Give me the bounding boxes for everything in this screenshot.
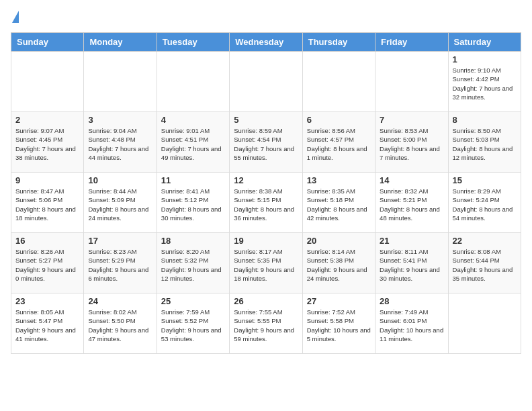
day-number: 13 xyxy=(307,175,371,185)
calendar-cell: 22Sunrise: 8:08 AM Sunset: 5:44 PM Dayli… xyxy=(448,233,521,293)
day-number: 6 xyxy=(307,115,371,125)
day-number: 26 xyxy=(234,296,298,306)
calendar-cell: 26Sunrise: 7:55 AM Sunset: 5:55 PM Dayli… xyxy=(230,293,302,354)
calendar-cell: 10Sunrise: 8:44 AM Sunset: 5:09 PM Dayli… xyxy=(84,173,157,233)
day-number: 15 xyxy=(453,175,517,185)
day-header-saturday: Saturday xyxy=(448,33,521,52)
calendar-cell: 23Sunrise: 8:05 AM Sunset: 5:47 PM Dayli… xyxy=(11,293,84,354)
calendar-cell xyxy=(302,52,375,112)
calendar-cell xyxy=(448,293,521,354)
day-number: 17 xyxy=(88,236,152,246)
day-info: Sunrise: 8:05 AM Sunset: 5:47 PM Dayligh… xyxy=(15,308,79,343)
day-info: Sunrise: 7:49 AM Sunset: 6:01 PM Dayligh… xyxy=(380,308,443,343)
day-header-thursday: Thursday xyxy=(302,33,375,52)
day-info: Sunrise: 8:50 AM Sunset: 5:03 PM Dayligh… xyxy=(453,126,517,162)
day-number: 12 xyxy=(234,175,298,185)
calendar-cell: 17Sunrise: 8:23 AM Sunset: 5:29 PM Dayli… xyxy=(84,233,157,293)
day-info: Sunrise: 8:26 AM Sunset: 5:27 PM Dayligh… xyxy=(15,247,79,283)
day-number: 22 xyxy=(453,236,517,246)
calendar-cell: 28Sunrise: 7:49 AM Sunset: 6:01 PM Dayli… xyxy=(375,293,448,354)
calendar-cell: 14Sunrise: 8:32 AM Sunset: 5:21 PM Dayli… xyxy=(375,173,448,233)
day-number: 1 xyxy=(453,54,517,64)
day-number: 9 xyxy=(15,175,79,185)
day-number: 2 xyxy=(15,115,79,125)
calendar-cell: 5Sunrise: 8:59 AM Sunset: 4:54 PM Daylig… xyxy=(230,112,302,173)
calendar-week-2: 2Sunrise: 9:07 AM Sunset: 4:45 PM Daylig… xyxy=(11,112,521,173)
calendar-cell: 20Sunrise: 8:14 AM Sunset: 5:38 PM Dayli… xyxy=(302,233,375,293)
day-header-monday: Monday xyxy=(84,33,157,52)
day-number: 27 xyxy=(307,296,371,306)
calendar-cell: 9Sunrise: 8:47 AM Sunset: 5:06 PM Daylig… xyxy=(11,173,84,233)
calendar-cell: 13Sunrise: 8:35 AM Sunset: 5:18 PM Dayli… xyxy=(302,173,375,233)
day-info: Sunrise: 8:32 AM Sunset: 5:21 PM Dayligh… xyxy=(380,187,443,222)
day-number: 8 xyxy=(453,115,517,125)
day-number: 18 xyxy=(161,236,225,246)
calendar-cell xyxy=(157,52,229,112)
day-info: Sunrise: 8:53 AM Sunset: 5:00 PM Dayligh… xyxy=(380,126,443,162)
day-header-sunday: Sunday xyxy=(11,33,84,52)
page-header xyxy=(11,11,521,24)
day-number: 24 xyxy=(88,296,152,306)
day-info: Sunrise: 9:10 AM Sunset: 4:42 PM Dayligh… xyxy=(453,66,517,101)
day-info: Sunrise: 8:11 AM Sunset: 5:41 PM Dayligh… xyxy=(380,247,443,283)
day-info: Sunrise: 8:38 AM Sunset: 5:15 PM Dayligh… xyxy=(234,187,298,222)
day-info: Sunrise: 7:59 AM Sunset: 5:52 PM Dayligh… xyxy=(161,308,225,343)
calendar-cell: 12Sunrise: 8:38 AM Sunset: 5:15 PM Dayli… xyxy=(230,173,302,233)
calendar-cell xyxy=(230,52,302,112)
day-header-friday: Friday xyxy=(375,33,448,52)
calendar-cell xyxy=(11,52,84,112)
day-number: 11 xyxy=(161,175,225,185)
day-info: Sunrise: 7:52 AM Sunset: 5:58 PM Dayligh… xyxy=(307,308,371,343)
calendar-cell: 25Sunrise: 7:59 AM Sunset: 5:52 PM Dayli… xyxy=(157,293,229,354)
logo xyxy=(11,11,19,24)
day-info: Sunrise: 8:41 AM Sunset: 5:12 PM Dayligh… xyxy=(161,187,225,222)
day-info: Sunrise: 8:47 AM Sunset: 5:06 PM Dayligh… xyxy=(15,187,79,222)
calendar-cell: 11Sunrise: 8:41 AM Sunset: 5:12 PM Dayli… xyxy=(157,173,229,233)
calendar-week-5: 23Sunrise: 8:05 AM Sunset: 5:47 PM Dayli… xyxy=(11,293,521,354)
calendar-cell: 16Sunrise: 8:26 AM Sunset: 5:27 PM Dayli… xyxy=(11,233,84,293)
calendar-cell xyxy=(375,52,448,112)
day-number: 23 xyxy=(15,296,79,306)
day-number: 21 xyxy=(380,236,443,246)
day-info: Sunrise: 7:55 AM Sunset: 5:55 PM Dayligh… xyxy=(234,308,298,343)
calendar-week-1: 1Sunrise: 9:10 AM Sunset: 4:42 PM Daylig… xyxy=(11,52,521,112)
calendar-table: SundayMondayTuesdayWednesdayThursdayFrid… xyxy=(11,32,521,354)
calendar-cell: 18Sunrise: 8:20 AM Sunset: 5:32 PM Dayli… xyxy=(157,233,229,293)
day-info: Sunrise: 9:07 AM Sunset: 4:45 PM Dayligh… xyxy=(15,126,79,162)
calendar-cell: 19Sunrise: 8:17 AM Sunset: 5:35 PM Dayli… xyxy=(230,233,302,293)
day-info: Sunrise: 8:02 AM Sunset: 5:50 PM Dayligh… xyxy=(88,308,152,343)
day-info: Sunrise: 8:14 AM Sunset: 5:38 PM Dayligh… xyxy=(307,247,371,283)
day-info: Sunrise: 8:44 AM Sunset: 5:09 PM Dayligh… xyxy=(88,187,152,222)
day-number: 20 xyxy=(307,236,371,246)
day-info: Sunrise: 8:20 AM Sunset: 5:32 PM Dayligh… xyxy=(161,247,225,283)
day-number: 19 xyxy=(234,236,298,246)
calendar-cell: 6Sunrise: 8:56 AM Sunset: 4:57 PM Daylig… xyxy=(302,112,375,173)
day-number: 4 xyxy=(161,115,225,125)
calendar-header-row: SundayMondayTuesdayWednesdayThursdayFrid… xyxy=(11,33,521,52)
day-info: Sunrise: 8:59 AM Sunset: 4:54 PM Dayligh… xyxy=(234,126,298,162)
day-number: 16 xyxy=(15,236,79,246)
day-number: 14 xyxy=(380,175,443,185)
day-number: 5 xyxy=(234,115,298,125)
day-info: Sunrise: 9:04 AM Sunset: 4:48 PM Dayligh… xyxy=(88,126,152,162)
day-number: 28 xyxy=(380,296,443,306)
calendar-cell: 2Sunrise: 9:07 AM Sunset: 4:45 PM Daylig… xyxy=(11,112,84,173)
calendar-cell: 21Sunrise: 8:11 AM Sunset: 5:41 PM Dayli… xyxy=(375,233,448,293)
calendar-cell: 7Sunrise: 8:53 AM Sunset: 5:00 PM Daylig… xyxy=(375,112,448,173)
day-info: Sunrise: 8:29 AM Sunset: 5:24 PM Dayligh… xyxy=(453,187,517,222)
calendar-cell: 15Sunrise: 8:29 AM Sunset: 5:24 PM Dayli… xyxy=(448,173,521,233)
day-number: 7 xyxy=(380,115,443,125)
calendar-cell: 27Sunrise: 7:52 AM Sunset: 5:58 PM Dayli… xyxy=(302,293,375,354)
day-number: 10 xyxy=(88,175,152,185)
calendar-cell: 24Sunrise: 8:02 AM Sunset: 5:50 PM Dayli… xyxy=(84,293,157,354)
day-header-wednesday: Wednesday xyxy=(230,33,302,52)
calendar-cell: 8Sunrise: 8:50 AM Sunset: 5:03 PM Daylig… xyxy=(448,112,521,173)
calendar-week-4: 16Sunrise: 8:26 AM Sunset: 5:27 PM Dayli… xyxy=(11,233,521,293)
logo-triangle-icon xyxy=(12,11,19,23)
day-info: Sunrise: 8:17 AM Sunset: 5:35 PM Dayligh… xyxy=(234,247,298,283)
calendar-cell: 1Sunrise: 9:10 AM Sunset: 4:42 PM Daylig… xyxy=(448,52,521,112)
day-info: Sunrise: 8:56 AM Sunset: 4:57 PM Dayligh… xyxy=(307,126,371,162)
calendar-cell xyxy=(84,52,157,112)
day-number: 25 xyxy=(161,296,225,306)
day-number: 3 xyxy=(88,115,152,125)
